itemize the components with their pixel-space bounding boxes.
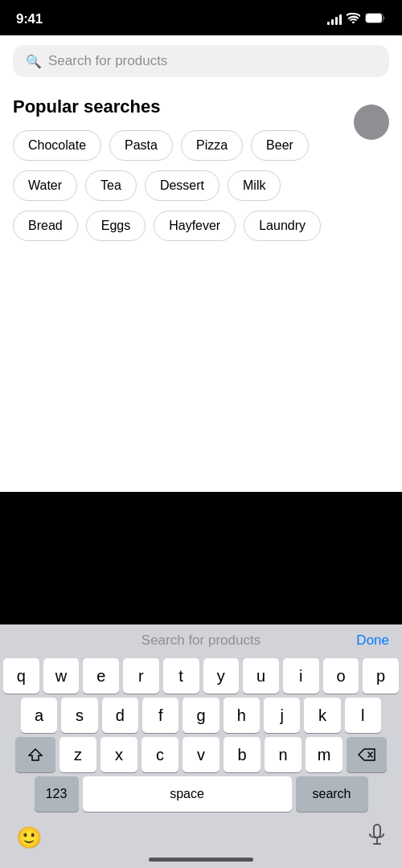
num-key[interactable]: 123 <box>35 776 79 812</box>
key-i[interactable]: i <box>283 658 319 694</box>
key-v[interactable]: v <box>183 737 219 772</box>
tags-row-1: Chocolate Pasta Pizza Beer <box>13 130 389 161</box>
tag-pasta[interactable]: Pasta <box>109 130 173 161</box>
wifi-icon <box>347 13 360 26</box>
key-row-4: 123 space search <box>3 776 399 812</box>
tags-row-3: Bread Eggs Hayfever Laundry <box>13 211 389 241</box>
status-icons <box>327 13 386 26</box>
search-bar[interactable]: 🔍 Search for products <box>13 45 389 77</box>
keyboard-done-button[interactable]: Done <box>349 633 389 649</box>
key-u[interactable]: u <box>243 658 279 694</box>
popular-searches-title: Popular searches <box>13 96 389 117</box>
key-row-1: q w e r t y u i o p <box>3 658 399 694</box>
tags-row-2: Water Tea Dessert Milk <box>13 170 389 201</box>
key-a[interactable]: a <box>21 698 57 733</box>
key-s[interactable]: s <box>61 698 97 733</box>
empty-content-area <box>0 267 402 492</box>
tag-beer[interactable]: Beer <box>251 130 309 161</box>
key-h[interactable]: h <box>224 698 260 733</box>
space-key[interactable]: space <box>83 776 292 812</box>
tag-chocolate[interactable]: Chocolate <box>13 130 101 161</box>
keyboard-search-placeholder: Search for products <box>53 633 349 649</box>
key-l[interactable]: l <box>345 698 381 733</box>
signal-bars-icon <box>327 14 342 25</box>
popular-searches-section: Popular searches Chocolate Pasta Pizza B… <box>0 87 402 267</box>
tag-bread[interactable]: Bread <box>13 211 78 241</box>
search-placeholder: Search for products <box>48 53 167 69</box>
tag-milk[interactable]: Milk <box>228 170 281 201</box>
key-t[interactable]: t <box>163 658 199 694</box>
key-b[interactable]: b <box>224 737 260 772</box>
tag-pizza[interactable]: Pizza <box>181 130 243 161</box>
battery-icon <box>365 13 386 26</box>
mic-icon[interactable] <box>368 824 386 851</box>
svg-rect-1 <box>366 14 382 23</box>
home-indicator <box>0 854 402 868</box>
backspace-key[interactable] <box>347 737 387 772</box>
emoji-icon[interactable]: 🙂 <box>16 825 42 850</box>
search-key[interactable]: search <box>296 776 368 812</box>
key-row-2: a s d f g h j k l <box>3 698 399 733</box>
key-d[interactable]: d <box>102 698 138 733</box>
key-y[interactable]: y <box>203 658 240 694</box>
keyboard-bottom-bar: 🙂 <box>0 819 402 854</box>
key-row-3: z x c v b n m <box>3 737 399 772</box>
keyboard-rows: q w e r t y u i o p a s d f g h j k l <box>0 653 402 819</box>
key-j[interactable]: j <box>264 698 300 733</box>
tag-dessert[interactable]: Dessert <box>145 170 219 201</box>
key-z[interactable]: z <box>59 737 96 772</box>
search-icon: 🔍 <box>26 54 42 69</box>
status-time: 9:41 <box>16 11 43 27</box>
keyboard-search-bar: Search for products Done <box>0 624 402 653</box>
keyboard-area: Search for products Done q w e r t y u i… <box>0 624 402 868</box>
key-w[interactable]: w <box>43 658 80 694</box>
status-bar: 9:41 <box>0 0 402 35</box>
tag-water[interactable]: Water <box>13 170 77 201</box>
key-g[interactable]: g <box>183 698 219 733</box>
key-k[interactable]: k <box>304 698 340 733</box>
shift-key[interactable] <box>15 737 55 772</box>
svg-rect-2 <box>374 825 380 837</box>
tag-hayfever[interactable]: Hayfever <box>154 211 236 241</box>
key-q[interactable]: q <box>3 658 39 694</box>
key-m[interactable]: m <box>306 737 343 772</box>
tag-laundry[interactable]: Laundry <box>244 211 321 241</box>
key-r[interactable]: r <box>123 658 159 694</box>
key-f[interactable]: f <box>142 698 178 733</box>
key-e[interactable]: e <box>83 658 119 694</box>
key-c[interactable]: c <box>142 737 178 772</box>
tag-tea[interactable]: Tea <box>85 170 137 201</box>
search-container: 🔍 Search for products <box>0 35 402 87</box>
key-x[interactable]: x <box>100 737 137 772</box>
key-p[interactable]: p <box>363 658 399 694</box>
tag-eggs[interactable]: Eggs <box>86 211 146 241</box>
key-o[interactable]: o <box>323 658 359 694</box>
home-indicator-bar <box>149 858 253 862</box>
scroll-button[interactable] <box>354 104 389 140</box>
key-n[interactable]: n <box>265 737 302 772</box>
